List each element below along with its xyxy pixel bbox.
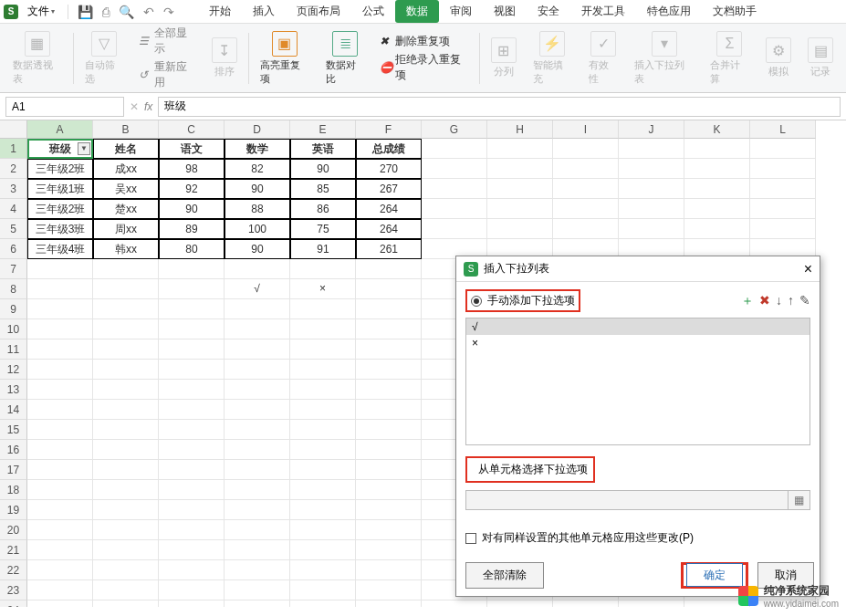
cell[interactable] (159, 299, 225, 319)
tab-insert[interactable]: 插入 (242, 0, 286, 23)
row-header[interactable]: 4 (0, 199, 27, 219)
cell[interactable]: 92 (159, 179, 225, 199)
reapply-button[interactable]: ↺重新应用 (139, 59, 197, 90)
cell[interactable] (159, 380, 225, 400)
column-header[interactable]: F (356, 120, 422, 139)
delete-item-icon[interactable]: ✖ (759, 293, 770, 309)
column-header[interactable]: E (290, 120, 356, 139)
cell[interactable] (93, 259, 159, 279)
cell[interactable] (684, 139, 750, 159)
cell[interactable] (422, 219, 487, 239)
cell[interactable] (225, 460, 290, 480)
cell[interactable] (684, 219, 750, 239)
cell[interactable] (225, 339, 290, 360)
cell[interactable]: 三年级1班 (27, 179, 93, 199)
cell[interactable] (290, 319, 356, 339)
cell[interactable] (27, 360, 93, 380)
ok-button[interactable]: 确定 (686, 563, 743, 587)
column-header[interactable]: L (750, 120, 816, 139)
cell[interactable] (356, 360, 422, 380)
cell[interactable] (93, 520, 159, 540)
cell[interactable]: 90 (159, 199, 225, 219)
cell[interactable]: 85 (290, 179, 356, 199)
cell[interactable] (750, 159, 816, 179)
tab-view[interactable]: 视图 (483, 0, 527, 23)
cell[interactable] (553, 139, 619, 159)
cell[interactable] (93, 360, 159, 380)
cell[interactable] (159, 420, 225, 440)
cell[interactable] (159, 319, 225, 339)
cell[interactable] (225, 420, 290, 440)
row-header[interactable]: 18 (0, 480, 27, 500)
cell[interactable] (93, 380, 159, 400)
autofilter-button[interactable]: ▽自动筛选 (79, 31, 130, 86)
cell[interactable]: 英语 (290, 139, 356, 159)
cell[interactable]: 90 (225, 179, 290, 199)
cell[interactable]: 88 (225, 199, 290, 219)
move-down-icon[interactable]: ↓ (776, 293, 782, 309)
row-header[interactable]: 5 (0, 219, 27, 239)
cell[interactable] (619, 139, 684, 159)
cell[interactable] (27, 279, 93, 299)
cell[interactable] (225, 400, 290, 420)
row-header[interactable]: 12 (0, 360, 27, 380)
row-header[interactable]: 8 (0, 279, 27, 299)
cell[interactable] (27, 500, 93, 520)
cell[interactable] (553, 159, 619, 179)
cell[interactable]: 89 (159, 219, 225, 239)
row-header[interactable]: 10 (0, 319, 27, 339)
cell[interactable] (750, 219, 816, 239)
cell[interactable] (93, 540, 159, 560)
cell[interactable] (356, 520, 422, 540)
cell[interactable] (225, 520, 290, 540)
cell[interactable] (225, 440, 290, 460)
record-button[interactable]: ▤记录 (802, 37, 839, 78)
cell[interactable] (27, 259, 93, 279)
cell[interactable] (27, 460, 93, 480)
cell[interactable] (356, 259, 422, 279)
cell[interactable]: 270 (356, 159, 422, 179)
row-header[interactable]: 15 (0, 420, 27, 440)
column-header[interactable]: A (27, 120, 93, 139)
dropdown-items-listbox[interactable]: √ × (465, 318, 810, 445)
cell[interactable] (93, 480, 159, 500)
cell[interactable] (27, 580, 93, 600)
formula-input[interactable]: 班级 (158, 97, 841, 117)
cell[interactable] (356, 540, 422, 560)
row-header[interactable]: 13 (0, 380, 27, 400)
cell[interactable] (619, 600, 684, 607)
row-header[interactable]: 16 (0, 440, 27, 460)
cell[interactable]: 吴xx (93, 179, 159, 199)
cell[interactable] (225, 319, 290, 339)
cell[interactable] (290, 440, 356, 460)
row-header[interactable]: 19 (0, 500, 27, 520)
edit-item-icon[interactable]: ✎ (799, 293, 810, 309)
cell[interactable] (356, 560, 422, 580)
cell[interactable] (225, 480, 290, 500)
cell[interactable] (93, 600, 159, 607)
cell[interactable] (356, 299, 422, 319)
tab-data[interactable]: 数据 (395, 0, 439, 23)
cell[interactable] (422, 179, 487, 199)
column-header[interactable]: B (93, 120, 159, 139)
consolidate-button[interactable]: Σ合并计算 (705, 31, 755, 86)
clear-all-button[interactable]: 全部清除 (465, 562, 544, 589)
cell[interactable] (93, 460, 159, 480)
row-header[interactable]: 17 (0, 460, 27, 480)
pivot-button[interactable]: ▦数据透视表 (7, 31, 68, 86)
cell[interactable]: × (290, 279, 356, 299)
cell[interactable] (93, 279, 159, 299)
cell[interactable] (27, 440, 93, 460)
cell[interactable] (356, 380, 422, 400)
column-header[interactable]: I (553, 120, 619, 139)
cell[interactable]: 267 (356, 179, 422, 199)
cell[interactable]: 75 (290, 219, 356, 239)
reject-dup-button[interactable]: ⛔拒绝录入重复项 (380, 52, 470, 83)
cell[interactable] (684, 199, 750, 219)
cell[interactable]: 86 (290, 199, 356, 219)
cell[interactable] (750, 139, 816, 159)
cell[interactable] (356, 460, 422, 480)
row-header[interactable]: 22 (0, 560, 27, 580)
cell[interactable] (356, 279, 422, 299)
cell[interactable]: 90 (290, 159, 356, 179)
